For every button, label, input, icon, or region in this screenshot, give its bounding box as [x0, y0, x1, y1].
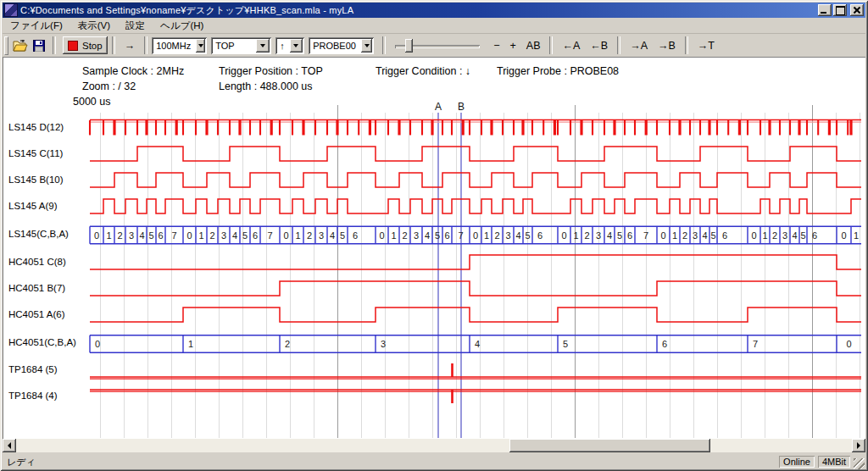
bus-value: 4 [139, 230, 144, 241]
bus-value: 5 [435, 230, 440, 241]
bus-value: 0 [186, 230, 192, 241]
bus-value: 1 [762, 230, 767, 241]
bus-value: 1 [106, 230, 111, 241]
channel-label[interactable]: HC4051 B(7) [8, 283, 65, 293]
bus-value: 6 [662, 339, 667, 349]
bus-value: 3 [414, 230, 419, 241]
bus-value: 4 [515, 230, 520, 241]
bus-value: 6 [353, 230, 358, 241]
bus-value: 7 [753, 339, 758, 349]
info-zoom: Zoom : / 32 [82, 80, 136, 92]
bus-value: 3 [596, 230, 601, 241]
bus-value: 3 [782, 230, 787, 241]
bus-value: 5 [800, 230, 805, 241]
bus-value: 5 [525, 230, 530, 241]
channel-label[interactable]: LS145 B(10) [8, 175, 64, 185]
bus-value: 1 [573, 230, 578, 241]
bit-trace [90, 281, 861, 296]
bus-value: 5 [340, 230, 345, 241]
bus-value: 4 [425, 230, 430, 241]
bus-value: 6 [722, 230, 727, 241]
bus-value: 2 [117, 230, 122, 241]
bus-value: 1 [198, 230, 203, 241]
bus-value: 2 [307, 230, 312, 241]
bus-value: 0 [473, 230, 478, 241]
bus-value: 6 [444, 230, 449, 241]
bus-value: 3 [221, 230, 226, 241]
bus-value: 2 [772, 230, 777, 241]
bus-value: 6 [537, 230, 542, 241]
bus-value: 4 [330, 230, 335, 241]
bus-value: 5 [710, 230, 715, 241]
bus-value: 0 [94, 230, 99, 241]
bus-value: 1 [854, 230, 859, 241]
bus-value: 0 [283, 230, 288, 241]
bus-value: 0 [846, 339, 851, 349]
bit-trace [90, 173, 861, 187]
bus-value: 0 [561, 230, 566, 241]
bus-value: 2 [402, 230, 407, 241]
channel-label[interactable]: LS145 D(12) [8, 122, 64, 132]
info-sample-clock: Sample Clock : 2MHz [82, 65, 184, 77]
bus-value: 1 [672, 230, 677, 241]
bus-value: 2 [682, 230, 687, 241]
bus-value: 6 [812, 230, 817, 241]
bit-trace [90, 147, 861, 161]
channel-label[interactable]: TP1684 (4) [8, 391, 58, 401]
bus-value: 1 [295, 230, 300, 241]
cursor-a-label: A [433, 101, 443, 113]
bus-value: 1 [188, 339, 193, 349]
channel-label[interactable]: LS145(C,B,A) [8, 229, 69, 239]
bus-value: 3 [319, 230, 324, 241]
bus-value: 5 [148, 230, 153, 241]
bit-trace [90, 255, 861, 269]
bus-value: 7 [171, 230, 176, 241]
cursor-b-label: B [456, 101, 466, 113]
bus-value: 6 [253, 230, 258, 241]
bit-trace [90, 308, 861, 322]
bus-value: 4 [792, 230, 797, 241]
bus-value: 2 [285, 339, 290, 349]
info-length: Length : 488.000 us [219, 80, 313, 92]
bus-value: 6 [627, 230, 632, 241]
bus-value: 7 [458, 230, 463, 241]
bus-value: 5 [563, 339, 568, 349]
bus-value: 0 [841, 230, 846, 241]
channel-label[interactable]: HC4051 C(8) [8, 257, 66, 267]
bus-value: 0 [751, 230, 756, 241]
channel-label[interactable]: HC4051 A(6) [8, 309, 64, 319]
bus-value: 5 [242, 230, 248, 241]
bus-value: 7 [267, 230, 272, 241]
bus-value: 2 [209, 230, 214, 241]
bus-value: 4 [702, 230, 707, 241]
bus-value: 4 [475, 339, 480, 349]
bus-value: 5 [617, 230, 622, 241]
bus-value: 3 [381, 339, 386, 349]
channel-label[interactable]: LS145 C(11) [8, 148, 63, 158]
bus-value: 0 [660, 230, 665, 241]
channel-label[interactable]: HC4051(C,B,A) [8, 337, 76, 347]
bus-value: 0 [95, 339, 100, 349]
bus-value: 0 [379, 230, 384, 241]
bus-value: 4 [607, 230, 612, 241]
bus-value: 6 [158, 230, 163, 241]
channel-label[interactable]: LS145 A(9) [8, 201, 58, 211]
time-per-division: 5000 us [73, 96, 110, 108]
bus-value: 3 [505, 230, 510, 241]
info-trigger-condition: Trigger Condition : ↓ [376, 65, 470, 77]
bus-value: 1 [391, 230, 396, 241]
bit-trace [90, 199, 861, 213]
info-trigger-position: Trigger Position : TOP [219, 65, 323, 77]
bus-value: 3 [693, 230, 698, 241]
bus-value: 2 [584, 230, 589, 241]
bus-value: 2 [494, 230, 499, 241]
bus-value: 3 [129, 230, 134, 241]
bus-value: 4 [232, 230, 237, 241]
bus-value: 1 [484, 230, 489, 241]
bus-value: 7 [643, 230, 648, 241]
info-trigger-probe: Trigger Probe : PROBE08 [497, 65, 619, 77]
channel-label[interactable]: TP1684 (5) [8, 364, 58, 374]
